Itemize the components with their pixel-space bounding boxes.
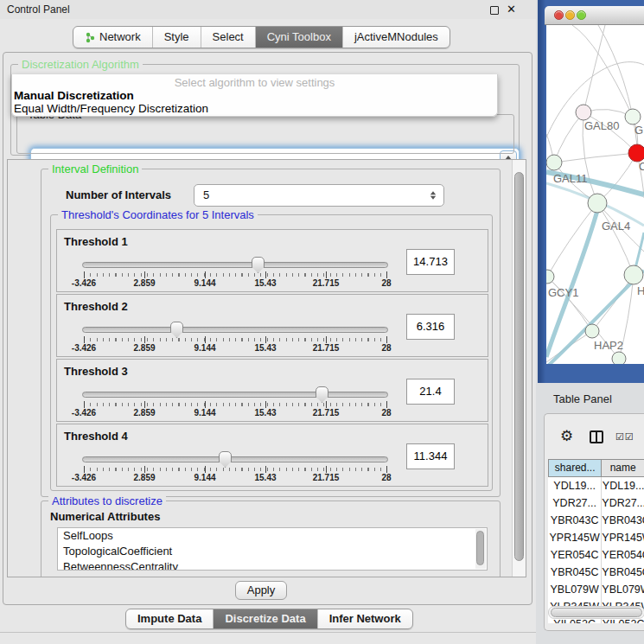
network-window-titlebar[interactable] <box>545 6 644 25</box>
table-row[interactable]: YBL079WYBL079W <box>548 581 644 598</box>
node-gal11 <box>546 155 562 170</box>
list-item[interactable]: TopologicalCoefficient <box>58 544 487 559</box>
tab-impute-data[interactable]: Impute Data <box>126 609 213 628</box>
network-graph: GAL80 G C GAL11 GAL4 GCY1 H HAP2 <box>546 25 644 364</box>
divider <box>0 632 536 633</box>
threshold-1-slider[interactable] <box>82 262 388 268</box>
tab-discretize-data[interactable]: Discretize Data <box>213 609 316 628</box>
threshold-3-panel: Threshold 3 -3.426 2.859 9.144 15.43 21.… <box>56 359 488 422</box>
zoom-traffic-light-icon[interactable] <box>577 10 586 20</box>
combo-arrows-icon <box>430 191 436 200</box>
group-title: Discretization Algorithm <box>18 58 143 71</box>
node-label-partial: G <box>634 124 643 137</box>
table-row[interactable]: YBR045CYBR045C <box>548 564 644 581</box>
table-row[interactable]: YBR043CYBR043C <box>548 512 644 529</box>
slider-thumb[interactable] <box>219 451 232 468</box>
tab-style[interactable]: Style <box>152 27 201 48</box>
interval-definition-group: Interval Definition Number of Intervals … <box>41 169 501 497</box>
tab-jactivemnodules[interactable]: jActiveMNodules <box>342 27 450 48</box>
apply-button[interactable]: Apply <box>235 581 287 600</box>
settings-scroll-area: Interval Definition Number of Intervals … <box>7 159 526 577</box>
table-data-group: Table Data galFiltered.sif default node <box>16 114 514 154</box>
algorithm-dropdown-popup: Select algorithm to view settings Manual… <box>11 74 498 117</box>
number-of-intervals-combobox[interactable]: 5 <box>194 184 444 207</box>
threshold-2-panel: Threshold 2 -3.426 2.859 9.144 15.43 21.… <box>56 294 488 357</box>
scrollbar-thumb[interactable] <box>514 172 524 561</box>
numerical-attributes-label: Numerical Attributes <box>50 510 160 523</box>
node-label-gal4: GAL4 <box>602 220 630 233</box>
split-columns-icon[interactable] <box>590 430 603 443</box>
tab-cyni-toolbox[interactable]: Cyni Toolbox <box>255 27 342 48</box>
threshold-1-panel: Threshold 1 -3.426 2.859 9.144 15.43 21.… <box>56 229 488 292</box>
list-item[interactable]: BetweennessCentrality <box>58 559 487 571</box>
control-panel: Control Panel ✕ Network Style Select Cyn… <box>0 0 536 644</box>
thresholds-coordinates-group: Threshold's Coordinates for 5 Intervals … <box>50 214 493 491</box>
bottom-tab-bar: Impute Data Discretize Data Infer Networ… <box>125 609 413 629</box>
control-panel-titlebar: Control Panel ✕ <box>0 0 536 19</box>
list-scrollbar[interactable] <box>475 529 486 569</box>
threshold-label: Threshold 3 <box>64 365 128 378</box>
float-window-icon[interactable] <box>490 6 499 15</box>
combo-value: 5 <box>203 185 209 206</box>
node-label-partial: C <box>639 160 644 173</box>
threshold-2-slider[interactable] <box>82 327 388 333</box>
node-gal80 <box>576 105 591 120</box>
network-canvas[interactable]: GAL80 G C GAL11 GAL4 GCY1 H HAP2 <box>546 25 644 364</box>
numerical-attributes-list[interactable]: SelfLoops TopologicalCoefficient Between… <box>57 527 488 571</box>
top-tab-bar: Network Style Select Cyni Toolbox jActiv… <box>73 26 450 48</box>
close-traffic-light-icon[interactable] <box>554 10 564 20</box>
node-gcy1 <box>546 270 554 284</box>
panel-title: Control Panel <box>7 0 70 19</box>
threshold-1-value-field[interactable]: 14.713 <box>406 249 455 275</box>
threshold-3-value-field[interactable]: 21.4 <box>406 379 455 405</box>
network-graph-icon <box>85 32 96 43</box>
list-item[interactable]: SelfLoops <box>58 528 487 544</box>
slider-thumb[interactable] <box>252 257 265 273</box>
table-row[interactable]: YER054CYER054C <box>548 546 644 564</box>
number-of-intervals-label: Number of Intervals <box>66 188 171 201</box>
threshold-2-value-field[interactable]: 6.316 <box>406 314 455 340</box>
threshold-3-slider[interactable] <box>82 392 388 398</box>
dropdown-option-equal-width[interactable]: Equal Width/Frequency Discretization <box>12 102 497 115</box>
threshold-label: Threshold 2 <box>64 300 128 313</box>
table-header-row: shared... name <box>548 459 644 477</box>
node-gal4 <box>588 194 607 213</box>
node-label-gal80: GAL80 <box>584 119 619 132</box>
group-title: Threshold's Coordinates for 5 Intervals <box>58 208 258 221</box>
table-row[interactable]: YDL19...YDL19... <box>548 477 644 494</box>
table-panel: ⚙ ☑☑ shared... name YDL19...YDL19... YDR… <box>544 413 644 631</box>
node-partial-bottom <box>612 352 626 364</box>
attributes-to-discretize-group: Attributes to discretize Numerical Attri… <box>41 501 501 577</box>
gear-icon[interactable]: ⚙ <box>560 427 573 445</box>
threshold-label: Threshold 4 <box>64 430 128 443</box>
node-hap2 <box>585 324 599 338</box>
minimize-traffic-light-icon[interactable] <box>565 10 575 20</box>
node-label-partial: H <box>637 284 644 297</box>
threshold-4-value-field[interactable]: 11.344 <box>406 443 455 469</box>
column-header-name[interactable]: name <box>602 459 644 477</box>
tab-select[interactable]: Select <box>201 27 255 48</box>
threshold-label: Threshold 1 <box>64 235 128 248</box>
table-row[interactable]: YPR145WYPR145W <box>548 529 644 546</box>
tab-infer-network[interactable]: Infer Network <box>317 609 412 628</box>
threshold-4-slider[interactable] <box>82 456 388 462</box>
node-label-gcy1: GCY1 <box>548 286 578 299</box>
node-partial-right <box>624 265 643 284</box>
node-selected-red <box>628 144 644 162</box>
column-visibility-icon[interactable]: ☑☑ <box>615 431 634 443</box>
node-attribute-table: shared... name YDL19...YDL19... YDR27...… <box>548 459 644 623</box>
slider-thumb[interactable] <box>170 322 183 338</box>
scrollbar-thumb[interactable] <box>551 608 642 617</box>
close-icon[interactable]: ✕ <box>507 3 516 16</box>
node-label-gal11: GAL11 <box>553 172 588 185</box>
column-header-shared-name[interactable]: shared... <box>548 459 602 477</box>
settings-scrollbar[interactable] <box>512 160 526 577</box>
table-horizontal-scrollbar[interactable] <box>548 606 644 619</box>
table-row[interactable]: YDR27...YDR27... <box>548 494 644 512</box>
group-title: Interval Definition <box>48 163 142 175</box>
dropdown-option-manual[interactable]: Manual Discretization <box>12 89 497 102</box>
node-partial-top-right <box>625 109 641 124</box>
tab-label: Network <box>99 27 141 48</box>
tab-network[interactable]: Network <box>73 27 152 48</box>
group-title: Attributes to discretize <box>48 494 166 507</box>
